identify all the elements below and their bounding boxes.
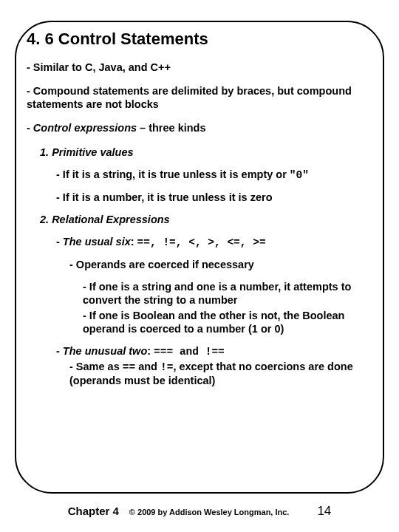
bullet-coerced: - Operands are coerced if necessary: [69, 258, 380, 271]
slide-title: 4. 6 Control Statements: [27, 30, 380, 49]
text: – three kinds: [137, 122, 205, 134]
bullet-usual-six: - The usual six: ==, !=, <, >, <=, >=: [56, 235, 380, 249]
slide-content: 4. 6 Control Statements - Similar to C, …: [27, 30, 380, 480]
bullet-unusual-two: - The unusual two: === and !==: [56, 344, 380, 358]
text: -: [56, 345, 63, 357]
code-text: === and !==: [154, 346, 225, 358]
footer: Chapter 4 © 2009 by Addison Wesley Longm…: [0, 504, 399, 519]
text-italic: Relational Expressions: [52, 214, 170, 225]
page-number: 14: [317, 504, 331, 519]
bullet-prim-number: - If it is a number, it is true unless i…: [56, 191, 380, 204]
text-italic: The unusual two: [63, 345, 147, 357]
text: :: [131, 236, 137, 248]
code-text: !=: [160, 361, 173, 373]
bullet-coerce-string: - If one is a string and one is a number…: [83, 280, 380, 307]
text: - Same as: [69, 361, 123, 372]
bullet-prim-string: - If it is a string, it is true unless i…: [56, 168, 380, 182]
bullet-relational: 2. Relational Expressions: [40, 213, 380, 226]
copyright-text: © 2009 by Addison Wesley Longman, Inc.: [129, 508, 290, 516]
text: :: [147, 345, 154, 357]
code-text: ==: [123, 361, 135, 373]
code-text: "0": [290, 169, 309, 181]
text-italic: The usual six: [63, 236, 131, 248]
text: -: [56, 236, 63, 248]
text: -: [27, 122, 33, 134]
text: 2.: [40, 214, 52, 225]
bullet-primitive: 1. Primitive values: [40, 146, 380, 159]
bullet-coerce-bool: - If one is Boolean and the other is not…: [83, 309, 380, 335]
text: 1.: [40, 146, 52, 158]
code-text: ==, !=, <, >, <=, >=: [137, 236, 266, 248]
bullet-control: - Control expressions – three kinds: [27, 121, 380, 134]
text: and: [135, 361, 160, 372]
text: - If it is a string, it is true unless i…: [56, 168, 290, 180]
chapter-label: Chapter 4: [68, 505, 119, 517]
text-italic: Control expressions: [33, 122, 137, 134]
bullet-same-as: - Same as == and !=, except that no coer…: [69, 360, 380, 387]
bullet-compound: - Compound statements are delimited by b…: [27, 84, 380, 111]
bullet-similar: - Similar to C, Java, and C++: [27, 61, 380, 74]
text-italic: Primitive values: [52, 146, 133, 158]
